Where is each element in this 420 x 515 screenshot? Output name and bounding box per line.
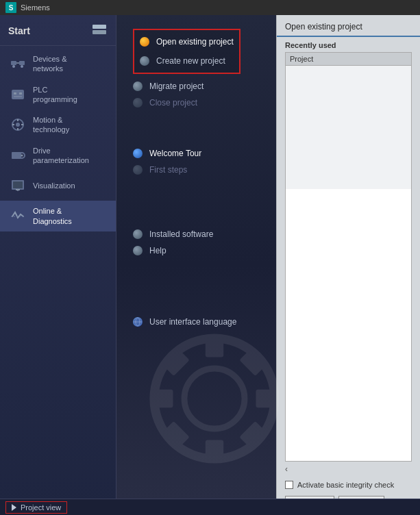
menu-item-welcome-tour[interactable]: Welcome Tour: [133, 145, 260, 162]
project-view-label: Project view: [21, 503, 61, 512]
menu-item-installed-label: Installed software: [149, 229, 213, 239]
menu-item-welcome-label: Welcome Tour: [149, 149, 201, 158]
orange-dot-icon: [140, 37, 149, 47]
scroll-left-icon: ‹: [285, 464, 288, 474]
title-bar: S Siemens: [0, 0, 420, 15]
content-menu: Open existing project Create new project…: [116, 15, 276, 515]
menu-item-help-label: Help: [149, 246, 166, 255]
sidebar-item-label-diagnostics: Online &Diagnostics: [33, 206, 72, 226]
menu-item-language-label: User interface language: [149, 317, 236, 327]
svg-rect-9: [12, 90, 24, 99]
gray-dot-software-icon: [133, 229, 143, 239]
network-icon: [8, 54, 27, 73]
svg-point-8: [21, 65, 23, 68]
content-area: Open existing project Create new project…: [116, 15, 276, 515]
recently-used-label: Recently used: [285, 41, 336, 49]
sidebar-item-devices-networks[interactable]: Devices &networks: [0, 49, 116, 79]
sidebar-item-label-devices: Devices &networks: [33, 54, 67, 74]
svg-text:S: S: [9, 4, 14, 12]
highlighted-section: Open existing project Create new project: [133, 29, 260, 74]
project-table: Project: [285, 52, 412, 462]
gray-dot-steps-icon: [133, 165, 143, 175]
menu-item-installed-software[interactable]: Installed software: [133, 226, 260, 242]
integrity-check-row: Activate basic integrity check: [277, 477, 420, 493]
spacer-3: [133, 259, 260, 314]
right-panel: Open existing project Recently used Proj…: [276, 15, 420, 515]
menu-item-migrate[interactable]: Migrate project: [133, 78, 260, 95]
highlight-box: Open existing project Create new project: [133, 29, 240, 74]
motion-icon: [8, 115, 27, 134]
sidebar-item-plc-programming[interactable]: PLCprogramming: [0, 79, 116, 110]
sidebar-item-label-drive: Driveparameterization: [33, 146, 89, 166]
sidebar-header-icons: [92, 25, 108, 37]
svg-point-14: [16, 123, 20, 127]
sidebar-item-drive-parameterization[interactable]: Driveparameterization: [0, 140, 116, 171]
svg-rect-5: [19, 61, 25, 65]
sidebar-item-label-plc: PLCprogramming: [33, 85, 77, 105]
sidebar: Start Devices &networks: [0, 15, 116, 515]
sidebar-item-visualization[interactable]: Visualization: [0, 171, 116, 201]
menu-item-create-label: Create new project: [156, 56, 225, 66]
svg-rect-2: [92, 25, 106, 29]
menu-item-first-steps[interactable]: First steps: [133, 162, 260, 178]
integrity-check-label: Activate basic integrity check: [297, 481, 394, 489]
svg-point-21: [21, 155, 23, 157]
bottom-bar: Project view: [0, 499, 420, 515]
visualization-icon: [8, 176, 27, 195]
menu-item-language[interactable]: User interface language: [133, 314, 260, 330]
drive-icon: [8, 146, 27, 165]
menu-item-help[interactable]: Help: [133, 242, 260, 259]
integrity-check-checkbox[interactable]: [285, 481, 293, 489]
project-table-header: Project: [286, 53, 411, 66]
right-panel-title: Open existing project: [277, 15, 420, 37]
project-view-button[interactable]: Project view: [5, 501, 67, 514]
menu-item-first-steps-label: First steps: [149, 165, 187, 175]
diagnostics-icon: [8, 207, 27, 226]
siemens-logo-icon: S: [5, 2, 16, 13]
layers-icon: [92, 25, 108, 37]
sidebar-item-motion-technology[interactable]: Motion &technology: [0, 110, 116, 140]
gray-dot-close-icon: [133, 98, 143, 108]
menu-item-create-new[interactable]: Create new project: [140, 53, 234, 69]
svg-rect-4: [11, 61, 16, 65]
title-bar-text: Siemens: [21, 3, 50, 12]
svg-rect-3: [92, 30, 106, 34]
plc-icon: [8, 85, 27, 104]
svg-rect-23: [13, 181, 23, 188]
menu-item-open-existing[interactable]: Open existing project: [140, 34, 234, 50]
gray-dot-help-icon: [133, 246, 143, 255]
sidebar-title: Start: [8, 25, 30, 36]
right-panel-title-text: Open existing project: [285, 22, 362, 32]
menu-item-migrate-label: Migrate project: [149, 81, 203, 91]
svg-rect-11: [19, 92, 22, 95]
menu-item-open-label: Open existing project: [156, 37, 234, 47]
main-container: Start Devices &networks: [0, 15, 420, 515]
spacer-2: [133, 178, 260, 226]
scroll-area: ‹: [277, 462, 420, 477]
svg-point-7: [12, 65, 15, 68]
triangle-right-icon: [12, 504, 16, 511]
right-panel-subtitle: Recently used: [277, 37, 420, 52]
sidebar-item-label-motion: Motion &technology: [33, 115, 69, 135]
sidebar-header: Start: [0, 15, 116, 46]
svg-rect-10: [14, 92, 16, 95]
project-table-body[interactable]: [286, 66, 411, 189]
gray-dot-migrate-icon: [133, 81, 143, 91]
sidebar-item-online-diagnostics[interactable]: Online &Diagnostics: [0, 201, 116, 231]
globe-icon: [133, 317, 143, 327]
sidebar-item-label-visualization: Visualization: [33, 181, 75, 190]
blue-dot-icon: [133, 149, 143, 158]
menu-item-close[interactable]: Close project: [133, 95, 260, 111]
spacer-1: [133, 111, 260, 145]
menu-item-close-label: Close project: [149, 98, 197, 108]
gray-dot-create-icon: [140, 56, 149, 66]
globe-dot-icon: [133, 317, 143, 327]
project-column-header: Project: [290, 55, 313, 63]
